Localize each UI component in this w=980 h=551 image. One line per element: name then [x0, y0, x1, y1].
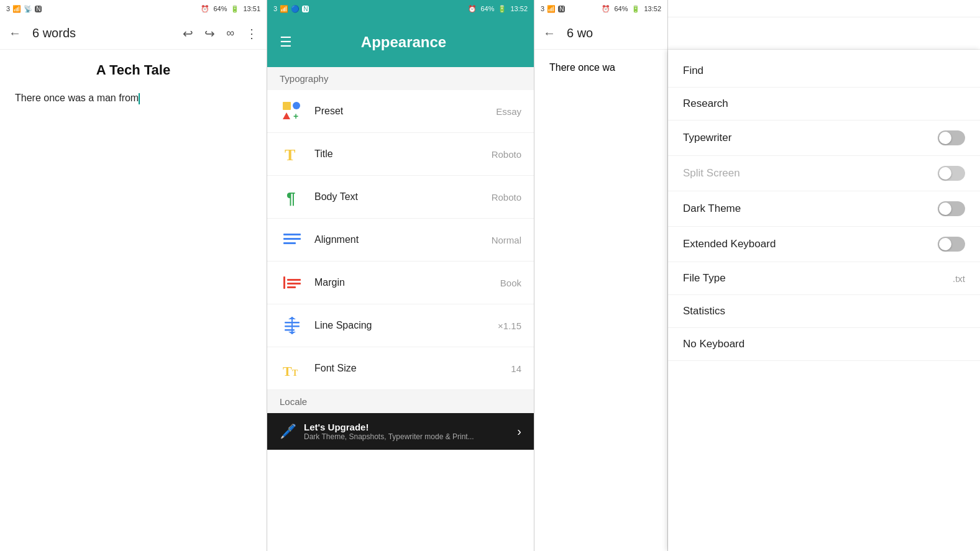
menu-item-find[interactable]: Find: [668, 55, 980, 88]
editor-panel: 3 📶 📡 N ⏰ 64% 🔋 13:51 ← 6 words ↩ ↪ ∞ ⋮ …: [0, 0, 267, 551]
svg-rect-16: [285, 322, 300, 324]
menu-item-no-keyboard[interactable]: No Keyboard: [668, 328, 980, 361]
menu-doc-title: 6 wo: [567, 26, 593, 40]
file-type-value: .txt: [953, 273, 965, 284]
undo-button[interactable]: ↩: [183, 26, 193, 41]
more-button[interactable]: ⋮: [245, 26, 258, 41]
svg-rect-18: [285, 329, 295, 331]
upgrade-banner[interactable]: 🖊️ Let's Upgrade! Dark Theme, Snapshots,…: [267, 413, 534, 450]
svg-text:T: T: [283, 363, 292, 378]
typewriter-label: Typewriter: [683, 132, 731, 144]
section-typography: Typography: [267, 67, 534, 90]
menu-item-typewriter[interactable]: Typewriter: [668, 121, 980, 156]
signal-num: 3: [541, 5, 544, 12]
line-spacing-label: Line Spacing: [314, 320, 498, 331]
time-display: 13:52: [644, 5, 661, 12]
split-screen-toggle[interactable]: [938, 166, 965, 181]
line-spacing-item[interactable]: Line Spacing ×1.15: [267, 304, 534, 347]
svg-text:+: +: [293, 111, 298, 121]
alignment-label: Alignment: [314, 234, 492, 245]
menu-toolbar: ← 6 wo: [534, 17, 667, 50]
file-type-label: File Type: [683, 272, 726, 285]
appearance-panel: 3 📶 🔵 N ⏰ 64% 🔋 13:52 ☰ Appearance Typog…: [267, 0, 534, 551]
preset-label: Preset: [314, 106, 496, 117]
body-text-icon: ¶: [280, 184, 305, 209]
back-button[interactable]: ←: [9, 26, 21, 40]
dropdown-toolbar-spacer: [668, 17, 980, 50]
svg-marker-14: [288, 317, 296, 319]
menu-item-dark-theme[interactable]: Dark Theme: [668, 191, 980, 227]
typewriter-toggle[interactable]: [938, 130, 965, 145]
menu-item-file-type[interactable]: File Type .txt: [668, 262, 980, 295]
time-display: 13:52: [510, 5, 528, 12]
margin-item[interactable]: Margin Book: [267, 262, 534, 304]
extended-keyboard-toggle[interactable]: [938, 237, 965, 252]
nfc-badge: N: [302, 6, 309, 12]
svg-text:¶: ¶: [286, 189, 295, 207]
svg-marker-15: [288, 332, 296, 334]
svg-point-1: [293, 102, 300, 109]
status-bar-right: ⏰ 64% 🔋 13:51: [201, 5, 260, 13]
menu-status-left: 3 📶 N: [541, 5, 565, 13]
loop-button[interactable]: ∞: [226, 27, 234, 40]
editor-toolbar: ← 6 words ↩ ↪ ∞ ⋮: [0, 17, 267, 50]
svg-rect-17: [285, 326, 300, 327]
menu-item-statistics[interactable]: Statistics: [668, 295, 980, 328]
menu-item-split-screen[interactable]: Split Screen: [668, 156, 980, 191]
menu-item-extended-keyboard[interactable]: Extended Keyboard: [668, 227, 980, 262]
document-title-toolbar: 6 words: [32, 26, 172, 40]
menu-item-research[interactable]: Research: [668, 88, 980, 121]
svg-rect-7: [283, 238, 301, 240]
editor-content[interactable]: A Tech Tale There once was a man from: [0, 50, 267, 551]
document-heading: A Tech Tale: [15, 62, 252, 78]
body-text-item[interactable]: ¶ Body Text Roboto: [267, 176, 534, 219]
redo-button[interactable]: ↪: [204, 26, 215, 41]
margin-icon: [280, 270, 305, 295]
time-display: 13:51: [243, 5, 260, 12]
upgrade-text: Let's Upgrade! Dark Theme, Snapshots, Ty…: [304, 422, 510, 441]
alarm-icon: ⏰: [201, 5, 209, 13]
statistics-label: Statistics: [683, 305, 725, 317]
signal-bars-icon: 📶: [12, 5, 21, 13]
svg-rect-11: [287, 283, 301, 285]
signal-icon: 📶: [280, 5, 288, 13]
svg-rect-8: [283, 242, 296, 244]
svg-rect-10: [287, 279, 301, 281]
font-size-value: 14: [511, 363, 521, 374]
menu-status-bar: 3 📶 N ⏰ 64% 🔋 13:52: [534, 0, 667, 17]
text-cursor: [139, 93, 140, 104]
margin-value: Book: [500, 278, 521, 288]
preset-value: Essay: [496, 106, 521, 117]
body-text: There once was a man from: [15, 93, 139, 103]
svg-rect-12: [287, 286, 296, 288]
preset-item[interactable]: + Preset Essay: [267, 90, 534, 133]
menu-body-text: There once wa: [549, 62, 615, 73]
font-size-item[interactable]: T T Font Size 14: [267, 347, 534, 390]
alarm-icon: ⏰: [602, 5, 610, 13]
font-size-icon: T T: [280, 356, 305, 381]
appearance-status-bar: 3 📶 🔵 N ⏰ 64% 🔋 13:52: [267, 0, 534, 17]
document-body[interactable]: There once was a man from: [15, 91, 252, 106]
research-label: Research: [683, 98, 728, 110]
dark-theme-toggle[interactable]: [938, 201, 965, 216]
battery-percent: 64%: [480, 5, 494, 12]
menu-editor-content[interactable]: There once wa: [534, 50, 667, 551]
title-font-value: Roboto: [492, 149, 521, 160]
hamburger-menu-button[interactable]: ☰: [280, 34, 292, 50]
title-font-item[interactable]: T Title Roboto: [267, 133, 534, 176]
dark-theme-label: Dark Theme: [683, 203, 741, 215]
signal-indicator: 3: [6, 5, 10, 12]
alignment-value: Normal: [492, 235, 521, 245]
menu-editor: 3 📶 N ⏰ 64% 🔋 13:52 ← 6 wo There once wa: [534, 0, 668, 551]
appearance-title: Appearance: [305, 34, 521, 51]
alignment-item[interactable]: Alignment Normal: [267, 219, 534, 262]
battery-percent: 64%: [614, 5, 628, 12]
appearance-status-left: 3 📶 🔵 N: [273, 5, 309, 13]
dropdown-menu: Find Research Typewriter Split Screen Da…: [668, 50, 980, 551]
dropdown-menu-container: Find Research Typewriter Split Screen Da…: [668, 0, 980, 551]
svg-text:T: T: [285, 146, 295, 164]
font-size-label: Font Size: [314, 363, 511, 374]
back-button[interactable]: ←: [543, 26, 556, 40]
status-bar-left: 3 📶 📡 N: [6, 5, 42, 13]
signal-num: 3: [273, 5, 277, 12]
